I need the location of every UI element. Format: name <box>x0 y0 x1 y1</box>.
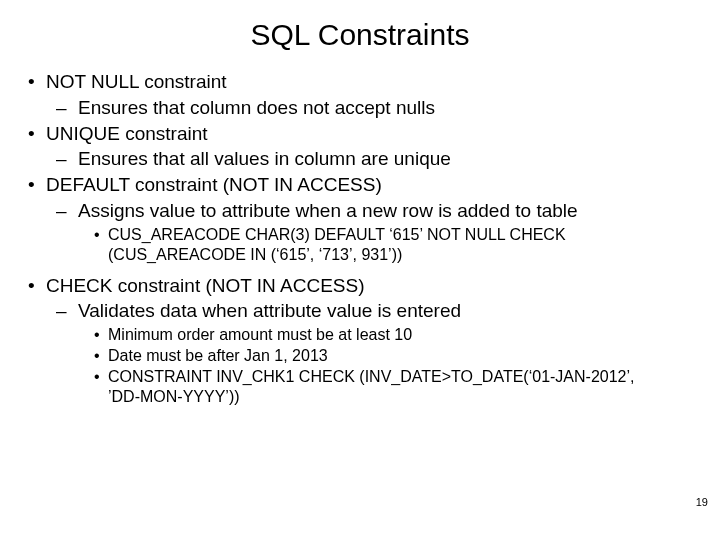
bullet-marker-dash: – <box>56 147 78 171</box>
bullet-marker-dot: • <box>28 70 46 94</box>
bullet-text: Assigns value to attribute when a new ro… <box>78 199 578 223</box>
bullet-text: CONSTRAINT INV_CHK1 CHECK (INV_DATE>TO_D… <box>108 367 668 407</box>
bullet-marker-dash: – <box>56 199 78 223</box>
bullet-level1: • NOT NULL constraint <box>28 70 692 94</box>
bullet-level2: – Validates data when attribute value is… <box>56 299 692 323</box>
bullet-marker-dash: – <box>56 299 78 323</box>
bullet-marker-dot: • <box>28 274 46 298</box>
bullet-text: DEFAULT constraint (NOT IN ACCESS) <box>46 173 382 197</box>
bullet-level3: • CUS_AREACODE CHAR(3) DEFAULT ‘615’ NOT… <box>94 225 692 265</box>
bullet-level2: – Ensures that column does not accept nu… <box>56 96 692 120</box>
bullet-text: Date must be after Jan 1, 2013 <box>108 346 328 366</box>
bullet-marker-dot: • <box>28 122 46 146</box>
bullet-marker-dot: • <box>28 173 46 197</box>
bullet-level2: – Ensures that all values in column are … <box>56 147 692 171</box>
bullet-level1: • UNIQUE constraint <box>28 122 692 146</box>
bullet-marker-dot: • <box>94 346 108 366</box>
bullet-text: Ensures that column does not accept null… <box>78 96 435 120</box>
bullet-text: NOT NULL constraint <box>46 70 227 94</box>
bullet-text: Validates data when attribute value is e… <box>78 299 461 323</box>
bullet-marker-dot: • <box>94 325 108 345</box>
bullet-level2: – Assigns value to attribute when a new … <box>56 199 692 223</box>
bullet-level3: • Minimum order amount must be at least … <box>94 325 692 345</box>
bullet-text: CHECK constraint (NOT IN ACCESS) <box>46 274 365 298</box>
bullet-level1: • CHECK constraint (NOT IN ACCESS) <box>28 274 692 298</box>
bullet-level1: • DEFAULT constraint (NOT IN ACCESS) <box>28 173 692 197</box>
slide-content: • NOT NULL constraint – Ensures that col… <box>0 70 720 407</box>
slide-title: SQL Constraints <box>0 18 720 52</box>
bullet-marker-dash: – <box>56 96 78 120</box>
bullet-text: Ensures that all values in column are un… <box>78 147 451 171</box>
page-number: 19 <box>696 496 708 508</box>
bullet-text: Minimum order amount must be at least 10 <box>108 325 412 345</box>
bullet-marker-dot: • <box>94 367 108 407</box>
bullet-marker-dot: • <box>94 225 108 265</box>
bullet-text: CUS_AREACODE CHAR(3) DEFAULT ‘615’ NOT N… <box>108 225 668 265</box>
bullet-level3: • CONSTRAINT INV_CHK1 CHECK (INV_DATE>TO… <box>94 367 692 407</box>
bullet-text: UNIQUE constraint <box>46 122 208 146</box>
bullet-level3: • Date must be after Jan 1, 2013 <box>94 346 692 366</box>
